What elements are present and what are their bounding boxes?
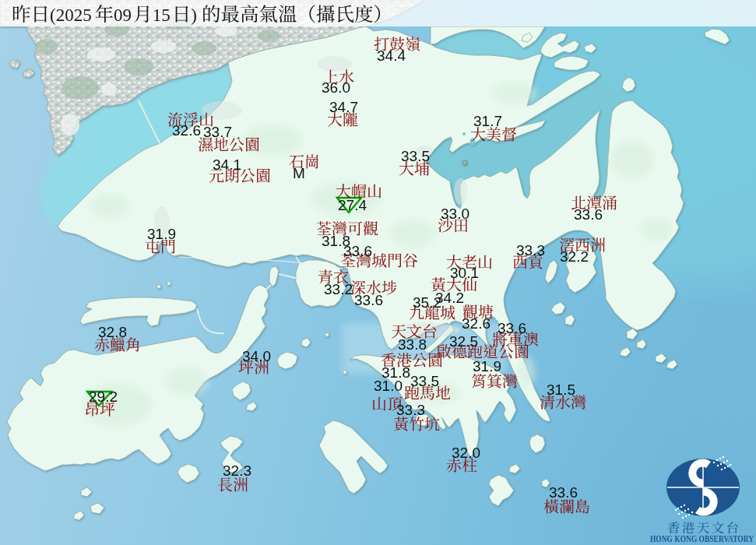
svg-text:32.0: 32.0 [452, 445, 480, 461]
svg-text:32.6: 32.6 [172, 122, 201, 139]
svg-text:33.5: 33.5 [401, 148, 430, 164]
svg-text:31.5: 31.5 [547, 382, 575, 398]
svg-text:09: 09 [114, 5, 132, 25]
svg-text:33.3: 33.3 [516, 242, 545, 258]
svg-text:33.3: 33.3 [396, 402, 425, 418]
svg-text:HONG KONG OBSERVATORY: HONG KONG OBSERVATORY [650, 533, 754, 544]
svg-text:27.4: 27.4 [338, 197, 367, 213]
svg-text:36.0: 36.0 [322, 79, 350, 96]
svg-text:33.8: 33.8 [398, 336, 427, 353]
svg-text:31.7: 31.7 [473, 113, 502, 129]
svg-text:33.6: 33.6 [574, 206, 603, 223]
svg-text:33.6: 33.6 [354, 292, 383, 308]
svg-text:29.2: 29.2 [89, 389, 118, 405]
svg-text:35.2: 35.2 [413, 294, 441, 311]
svg-text:34.1: 34.1 [213, 156, 241, 173]
svg-text:33.6: 33.6 [343, 243, 372, 259]
svg-text:(2025: (2025 [50, 5, 92, 25]
svg-text:33.0: 33.0 [441, 206, 469, 222]
svg-text:33.2: 33.2 [324, 281, 353, 297]
svg-text:32.6: 32.6 [462, 315, 491, 332]
svg-text:31.9: 31.9 [147, 226, 176, 242]
svg-text:33.6: 33.6 [549, 484, 578, 501]
svg-text:33.6: 33.6 [498, 320, 526, 336]
svg-text:33.7: 33.7 [203, 124, 232, 140]
svg-text:15: 15 [153, 5, 171, 25]
svg-text:34.4: 34.4 [377, 47, 406, 64]
svg-text:34.0: 34.0 [242, 348, 271, 364]
svg-text:32.3: 32.3 [223, 462, 251, 479]
svg-text:M: M [293, 165, 305, 181]
svg-text:32.5: 32.5 [449, 333, 478, 350]
svg-text:30.1: 30.1 [450, 265, 479, 281]
svg-text:31.9: 31.9 [473, 358, 501, 374]
svg-text:): ) [191, 5, 197, 25]
svg-text:32.2: 32.2 [560, 248, 589, 265]
svg-text:33.5: 33.5 [410, 373, 439, 389]
svg-text:34.7: 34.7 [329, 99, 358, 115]
svg-text:32.8: 32.8 [98, 324, 127, 340]
svg-text:31.0: 31.0 [374, 378, 403, 394]
